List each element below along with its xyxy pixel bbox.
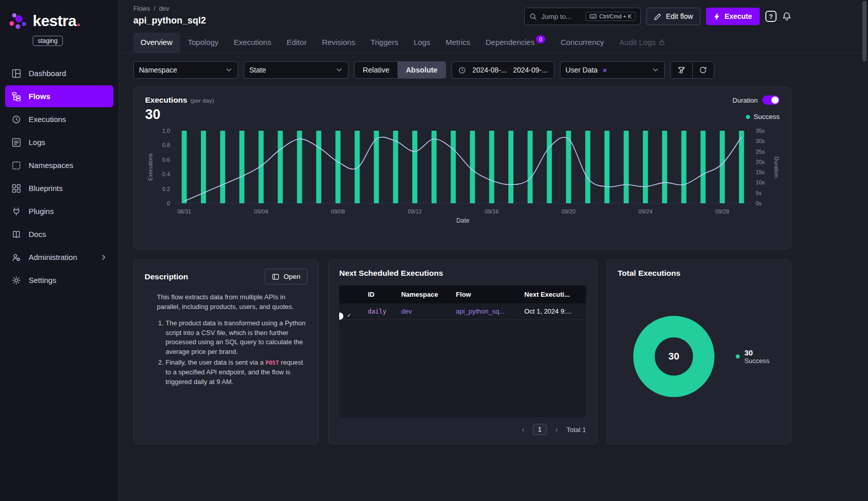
settings-gear-icon (11, 275, 21, 285)
sidebar-item-label: Docs (29, 230, 46, 238)
svg-text:0.8: 0.8 (162, 142, 170, 148)
sidebar-item-dashboard[interactable]: Dashboard (5, 62, 113, 84)
sidebar-item-label: Blueprints (29, 184, 63, 193)
svg-text:09/04: 09/04 (254, 208, 268, 214)
jump-to-search[interactable]: Jump to... Ctrl/Cmd + K (524, 8, 641, 25)
tab-topology[interactable]: Topology (181, 33, 226, 53)
sidebar-item-administration[interactable]: Administration (5, 246, 113, 268)
svg-text:09/28: 09/28 (715, 208, 729, 214)
filter-bar: Namespace State Relative Absolute 2024-0… (119, 53, 868, 87)
sidebar-item-label: Executions (29, 115, 66, 124)
description-list-item: The product data is transformed using a … (166, 319, 308, 357)
tab-revisions[interactable]: Revisions (315, 33, 362, 53)
app-root: kestra. staging Dashboard Flows Executio… (0, 0, 868, 501)
svg-text:0.2: 0.2 (162, 186, 170, 192)
namespace-link[interactable]: dev (401, 307, 412, 315)
svg-text:09/16: 09/16 (485, 208, 499, 214)
tab-triggers[interactable]: Triggers (363, 33, 405, 53)
clear-filters-button[interactable] (671, 62, 692, 78)
date-end[interactable]: 2024-09-... (513, 66, 548, 74)
help-icon[interactable]: ? (765, 11, 777, 22)
lock-icon (659, 39, 665, 45)
svg-text:25s: 25s (756, 149, 765, 155)
flow-tabs: Overview Topology Executions Editor Revi… (119, 26, 868, 53)
chevron-right-icon (100, 254, 107, 261)
total-executions-card: Total Executions 30 30 Success (606, 259, 791, 444)
description-intro: This flow extracts data from multiple AP… (157, 293, 308, 312)
duration-toggle[interactable] (762, 96, 780, 105)
sidebar-item-docs[interactable]: Docs (5, 223, 113, 245)
svg-text:0s: 0s (756, 200, 762, 206)
tag-close-icon[interactable]: × (603, 66, 607, 74)
tab-overview[interactable]: Overview (133, 33, 180, 53)
breadcrumb-separator: / (154, 5, 155, 12)
next-page-button[interactable]: › (553, 425, 560, 434)
refresh-icon (699, 66, 707, 74)
pencil-icon (654, 13, 662, 20)
success-legend-dot (746, 115, 750, 119)
svg-text:20s: 20s (756, 159, 765, 165)
sidebar-item-label: Settings (29, 276, 56, 284)
flow-link[interactable]: api_python_sq... (456, 307, 504, 315)
chart-data-select[interactable]: User Data × (560, 61, 665, 79)
sidebar-item-label: Administration (29, 253, 77, 261)
sidebar-item-blueprints[interactable]: Blueprints (5, 177, 113, 199)
refresh-button[interactable] (692, 62, 714, 78)
svg-text:5s: 5s (756, 190, 762, 196)
executions-card-title: Executions (145, 96, 187, 105)
lightning-icon (714, 13, 720, 20)
svg-text:35s: 35s (756, 128, 765, 134)
svg-text:08/31: 08/31 (177, 208, 191, 214)
page-number[interactable]: 1 (533, 424, 547, 435)
sidebar-item-settings[interactable]: Settings (5, 269, 113, 291)
brand-logo[interactable]: kestra. (0, 10, 119, 32)
environment-badge: staging (33, 36, 63, 46)
search-icon (529, 13, 537, 20)
bell-icon[interactable] (782, 12, 791, 21)
breadcrumb-flows[interactable]: Flows (133, 5, 150, 12)
page-title: api_python_sql2 (133, 15, 206, 26)
svg-text:0.6: 0.6 (162, 157, 170, 163)
tab-metrics[interactable]: Metrics (438, 33, 477, 53)
clock-icon (458, 66, 466, 74)
breadcrumb: Flows / dev (133, 5, 206, 12)
dashboard-icon (11, 68, 21, 79)
sidebar-item-label: Flows (29, 92, 51, 101)
svg-text:0.4: 0.4 (162, 171, 170, 177)
date-start[interactable]: 2024-08-... (472, 66, 507, 74)
breadcrumb-namespace[interactable]: dev (159, 5, 169, 12)
tab-concurrency[interactable]: Concurrency (553, 33, 611, 53)
tab-audit-logs: Audit Logs (612, 33, 672, 53)
logs-icon (11, 137, 21, 148)
shortcut-hint: Ctrl/Cmd + K (585, 12, 636, 21)
sidebar-item-executions[interactable]: Executions (5, 108, 113, 130)
pagination-total: Total 1 (567, 426, 586, 434)
prev-page-button[interactable]: ‹ (520, 425, 526, 434)
tab-executions[interactable]: Executions (227, 33, 278, 53)
description-title: Description (145, 272, 188, 281)
donut-center-value: 30 (628, 311, 719, 402)
absolute-option[interactable]: Absolute (397, 62, 445, 78)
table-row: ✓ daily dev api_python_sq... Oct 1, 2024… (339, 303, 586, 320)
state-filter-select[interactable]: State (244, 61, 348, 79)
relative-option[interactable]: Relative (355, 62, 397, 78)
dependencies-badge: 0 (536, 35, 545, 43)
tab-dependencies[interactable]: Dependencies0 (479, 33, 553, 53)
tab-logs[interactable]: Logs (407, 33, 438, 53)
blueprints-icon (11, 183, 21, 194)
edit-flow-button[interactable]: Edit flow (646, 8, 700, 25)
sidebar-item-logs[interactable]: Logs (5, 131, 113, 153)
tab-editor[interactable]: Editor (279, 33, 314, 53)
sidebar-item-plugins[interactable]: Plugins (5, 200, 113, 222)
sidebar-item-namespaces[interactable]: Namespaces (5, 154, 113, 176)
namespaces-icon (11, 160, 21, 171)
open-description-button[interactable]: Open (265, 269, 308, 284)
scrollbar-thumb[interactable] (862, 1, 866, 61)
date-range-picker[interactable]: 2024-08-... 2024-09-... (452, 61, 554, 79)
open-icon (272, 273, 279, 280)
sidebar-item-flows[interactable]: Flows (5, 85, 113, 107)
duration-toggle-label: Duration (733, 97, 758, 104)
execute-button[interactable]: Execute (706, 8, 760, 25)
executions-chart: 00.20.40.60.81.00s5s10s15s20s25s30s35s08… (145, 127, 780, 227)
namespace-filter-select[interactable]: Namespace (133, 61, 238, 79)
